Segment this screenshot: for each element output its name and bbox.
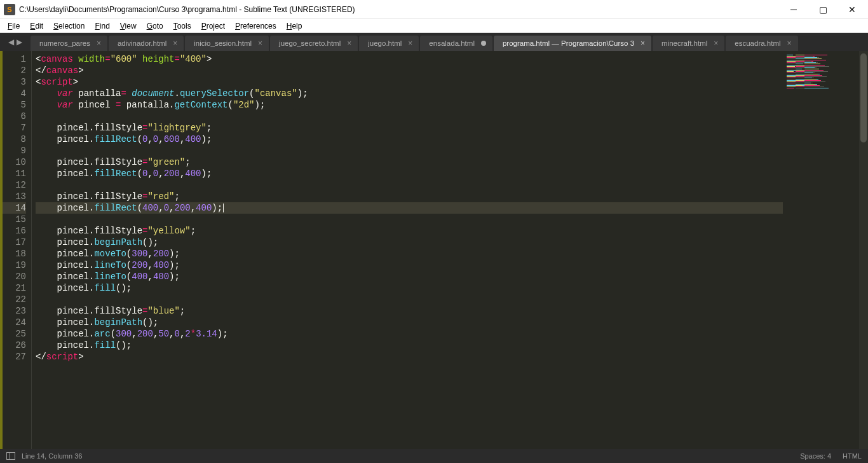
status-indent[interactable]: Spaces: 4 (800, 452, 831, 460)
code-line[interactable]: pincel.fill(); (36, 282, 783, 294)
line-number[interactable]: 14 (3, 202, 26, 214)
line-number[interactable]: 11 (3, 168, 26, 179)
line-number[interactable]: 13 (3, 191, 26, 202)
line-number[interactable]: 1 (3, 53, 26, 65)
scrollbar-thumb[interactable] (860, 53, 867, 142)
line-number[interactable]: 18 (3, 248, 26, 259)
status-syntax[interactable]: HTML (843, 452, 862, 460)
tab-8[interactable]: escuadra.html× (726, 36, 797, 51)
tab-3[interactable]: juego_secreto.html× (270, 36, 358, 51)
menu-selection[interactable]: Selection (50, 20, 88, 32)
line-number[interactable]: 22 (3, 294, 26, 305)
code-line[interactable]: <canvas width="600" height="400"> (36, 53, 783, 65)
code-line[interactable] (36, 214, 783, 225)
line-number[interactable]: 24 (3, 317, 26, 328)
code-line[interactable]: pincel.fillRect(0,0,200,400); (36, 168, 783, 179)
line-number[interactable]: 5 (3, 99, 26, 111)
code-line[interactable]: pincel.fillStyle="red"; (36, 191, 783, 202)
tab-1[interactable]: adivinador.html× (109, 36, 184, 51)
code-editor[interactable]: <canvas width="600" height="400"></canva… (32, 51, 783, 449)
line-gutter[interactable]: 1234567891011121314151617181920212223242… (3, 51, 32, 449)
minimize-button[interactable]: ─ (779, 0, 808, 19)
menu-file[interactable]: File (4, 20, 24, 32)
tab-label: inicio_sesion.html (194, 39, 252, 47)
code-line[interactable]: pincel.beginPath(); (36, 237, 783, 248)
maximize-button[interactable]: ▢ (808, 0, 837, 19)
tab-7[interactable]: minecraft.html× (653, 36, 724, 51)
close-tab-icon[interactable]: × (408, 39, 412, 48)
line-number[interactable]: 17 (3, 237, 26, 248)
code-line[interactable]: pincel.lineTo(400,400); (36, 271, 783, 282)
line-number[interactable]: 21 (3, 282, 26, 294)
menu-edit[interactable]: Edit (26, 20, 47, 32)
code-line[interactable]: pincel.arc(300,200,50,0,2*3.14); (36, 328, 783, 340)
code-line[interactable]: </script> (36, 351, 783, 363)
tab-4[interactable]: juego.html× (359, 36, 419, 51)
tab-nav-arrows[interactable]: ◀ ▶ (0, 33, 31, 51)
app-icon: S (4, 4, 15, 15)
code-line[interactable]: pincel.fillStyle="lightgrey"; (36, 122, 783, 134)
code-line[interactable]: var pincel = pantalla.getContext("2d"); (36, 99, 783, 111)
close-tab-icon[interactable]: × (258, 39, 262, 48)
close-window-button[interactable]: ✕ (837, 0, 867, 19)
line-number[interactable]: 16 (3, 225, 26, 237)
vertical-scrollbar[interactable] (859, 51, 868, 449)
code-line[interactable] (36, 179, 783, 191)
line-number[interactable]: 3 (3, 76, 26, 88)
menubar: FileEditSelectionFindViewGotoToolsProjec… (0, 19, 868, 33)
line-number[interactable]: 4 (3, 88, 26, 99)
line-number[interactable]: 25 (3, 328, 26, 340)
close-tab-icon[interactable]: × (787, 39, 792, 48)
line-number[interactable]: 15 (3, 214, 26, 225)
tab-6[interactable]: programa.html — Programacion\Curso 3× (494, 36, 651, 51)
close-tab-icon[interactable]: × (97, 39, 101, 48)
line-number[interactable]: 27 (3, 351, 26, 363)
code-line[interactable]: pincel.beginPath(); (36, 317, 783, 328)
close-tab-icon[interactable]: × (641, 39, 645, 48)
code-line[interactable] (36, 294, 783, 305)
code-line[interactable]: var pantalla= document.querySelector("ca… (36, 88, 783, 99)
line-number[interactable]: 23 (3, 305, 26, 317)
panel-switcher-icon[interactable] (6, 452, 15, 460)
minimap[interactable] (783, 51, 859, 449)
code-line[interactable]: </canvas> (36, 65, 783, 76)
menu-find[interactable]: Find (91, 20, 113, 32)
code-line[interactable]: pincel.fill(); (36, 340, 783, 351)
code-line[interactable]: pincel.fillStyle="blue"; (36, 305, 783, 317)
tab-2[interactable]: inicio_sesion.html× (185, 36, 269, 51)
code-line[interactable]: pincel.moveTo(300,200); (36, 248, 783, 259)
status-position[interactable]: Line 14, Column 36 (22, 452, 82, 460)
line-number[interactable]: 20 (3, 271, 26, 282)
menu-view[interactable]: View (116, 20, 140, 32)
menu-preferences[interactable]: Preferences (231, 20, 280, 32)
line-number[interactable]: 12 (3, 179, 26, 191)
code-line[interactable]: <script> (36, 76, 783, 88)
code-line[interactable]: pincel.fillRect(400,0,200,400); (36, 202, 783, 214)
code-line[interactable]: pincel.fillRect(0,0,600,400); (36, 134, 783, 145)
editor-area: 1234567891011121314151617181920212223242… (0, 51, 868, 449)
tab-0[interactable]: numeros_pares× (31, 36, 107, 51)
menu-tools[interactable]: Tools (170, 20, 195, 32)
tab-5[interactable]: ensalada.html (420, 36, 492, 51)
code-line[interactable]: pincel.fillStyle="yellow"; (36, 225, 783, 237)
tab-label: minecraft.html (661, 39, 707, 47)
line-number[interactable]: 6 (3, 111, 26, 122)
close-tab-icon[interactable]: × (173, 39, 177, 48)
code-line[interactable]: pincel.lineTo(200,400); (36, 259, 783, 271)
line-number[interactable]: 10 (3, 156, 26, 168)
menu-goto[interactable]: Goto (143, 20, 167, 32)
line-number[interactable]: 19 (3, 259, 26, 271)
code-line[interactable] (36, 145, 783, 156)
menu-help[interactable]: Help (283, 20, 306, 32)
line-number[interactable]: 2 (3, 65, 26, 76)
close-tab-icon[interactable]: × (347, 39, 351, 48)
line-number[interactable]: 8 (3, 134, 26, 145)
line-number[interactable]: 26 (3, 340, 26, 351)
close-tab-icon[interactable]: × (714, 39, 718, 48)
line-number[interactable]: 9 (3, 145, 26, 156)
code-line[interactable] (36, 111, 783, 122)
line-number[interactable]: 7 (3, 122, 26, 134)
tab-label: juego.html (368, 39, 402, 47)
code-line[interactable]: pincel.fillStyle="green"; (36, 156, 783, 168)
menu-project[interactable]: Project (198, 20, 229, 32)
